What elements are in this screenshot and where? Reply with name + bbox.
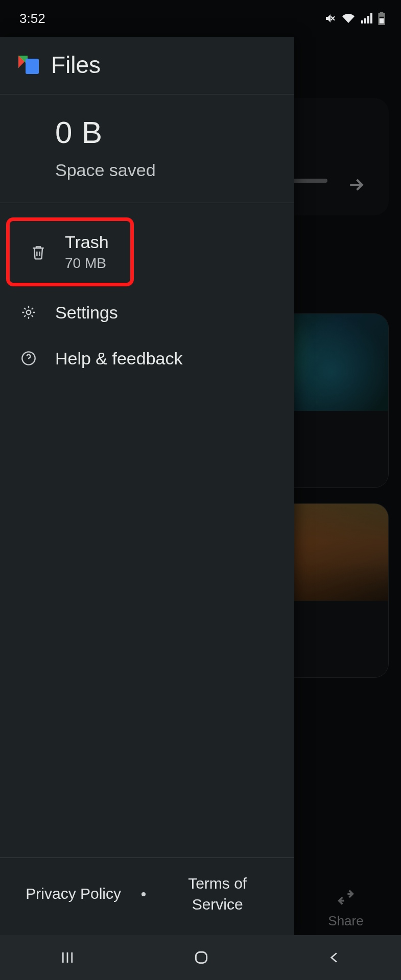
share-label: Share [328, 913, 363, 928]
arrow-right-icon[interactable] [346, 175, 366, 197]
recents-button[interactable] [38, 944, 97, 971]
drawer-item-label: Trash [65, 232, 109, 252]
svg-rect-3 [196, 952, 207, 963]
files-app-icon [15, 53, 40, 77]
share-tab[interactable]: Share [315, 889, 376, 929]
navigation-drawer: Files 0 B Space saved Trash 70 MB Settin… [0, 37, 294, 935]
drawer-item-help[interactable]: Help & feedback [0, 335, 294, 381]
privacy-policy-link[interactable]: Privacy Policy [26, 884, 121, 904]
space-saved-value: 0 B [55, 115, 279, 150]
drawer-item-settings[interactable]: Settings [0, 289, 294, 335]
mute-icon [324, 12, 337, 24]
separator-dot [141, 892, 146, 896]
drawer-header: Files [0, 37, 294, 94]
space-saved-section: 0 B Space saved [0, 94, 294, 203]
home-button[interactable] [173, 943, 230, 972]
app-title: Files [51, 51, 101, 79]
space-saved-label: Space saved [55, 160, 279, 180]
drawer-item-trash[interactable]: Trash 70 MB [6, 217, 134, 286]
back-button[interactable] [306, 944, 363, 971]
status-time: 3:52 [19, 11, 45, 27]
drawer-item-sublabel: 70 MB [65, 255, 109, 272]
status-bar: 3:52 [0, 0, 401, 37]
drawer-item-label: Settings [55, 303, 118, 323]
terms-of-service-link[interactable]: Terms of Service [167, 873, 269, 915]
share-icon [315, 889, 376, 906]
signal-icon [360, 12, 372, 24]
svg-rect-0 [26, 59, 39, 74]
gear-icon [17, 304, 40, 321]
drawer-menu: Trash 70 MB Settings Help & feedback [0, 203, 294, 381]
wifi-icon [342, 12, 355, 24]
status-icons [324, 12, 386, 25]
drawer-footer: Privacy Policy Terms of Service [0, 857, 294, 935]
drawer-item-label: Help & feedback [55, 349, 183, 369]
system-navigation-bar [0, 935, 401, 980]
svg-point-1 [27, 310, 31, 315]
battery-icon [378, 12, 386, 25]
help-icon [17, 350, 40, 366]
trash-icon [27, 243, 50, 261]
